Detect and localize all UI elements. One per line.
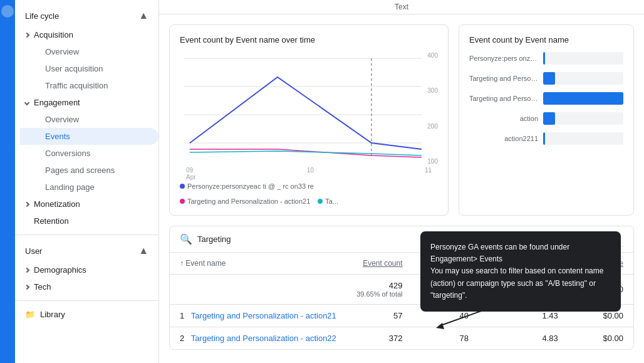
row1-event-count: 57 (346, 305, 412, 327)
acquisition-arrow (24, 32, 29, 37)
tooltip-overlay: Personyze GA events can be found under E… (420, 231, 621, 312)
lifecycle-section[interactable]: Life cycle ▲ (15, 5, 158, 26)
line-chart-card: Event count by Event name over time 400 … (169, 24, 449, 216)
sidebar-item-traffic-acquisition[interactable]: Traffic acquisition (20, 77, 158, 94)
line-chart-title: Event count by Event name over time (180, 35, 438, 45)
legend-dot-3 (318, 199, 323, 204)
row2-total-users: 78 (413, 327, 479, 350)
user-section[interactable]: User ▲ (15, 240, 158, 261)
sidebar-item-engagement-overview[interactable]: Overview (20, 111, 158, 128)
engagement-label: Engagement (34, 98, 80, 107)
bar-track-4 (543, 132, 623, 145)
bar-fill-0 (543, 52, 545, 65)
bar-fill-1 (543, 72, 555, 85)
bar-track-2 (543, 92, 623, 105)
sidebar-divider-2 (15, 300, 158, 301)
x-axis-labels: 09Apr 10 11 (180, 167, 438, 181)
library-icon: 📁 (25, 310, 35, 319)
lifecycle-chevron: ▲ (138, 10, 148, 21)
sidebar-item-monetization[interactable]: Monetization (15, 196, 158, 213)
sidebar-item-tech[interactable]: Tech (15, 278, 158, 295)
lifecycle-label: Life cycle (25, 11, 59, 21)
summary-event-name (170, 275, 346, 305)
sidebar-divider-1 (15, 234, 158, 235)
sidebar-item-landing-page[interactable]: Landing page (20, 179, 158, 196)
sidebar-item-events[interactable]: Events (20, 128, 158, 145)
demographics-label: Demographics (34, 265, 86, 275)
breadcrumb: Text (159, 0, 644, 14)
col-event-name: ↑ Event name (170, 253, 346, 275)
bar-track-3 (543, 112, 623, 125)
row1-event-link[interactable]: Targeting and Personalization - action21 (191, 311, 336, 320)
col-event-count[interactable]: Event count (346, 253, 412, 275)
legend-item-2: Targeting and Personalization - action21 (180, 197, 310, 205)
retention-label: Retention (25, 216, 69, 226)
sidebar-item-conversions[interactable]: Conversions (20, 145, 158, 162)
content-area: Event count by Event name over time 400 … (159, 14, 644, 363)
table-section: 🔍 ✕ Rows per page: 10 25 50 1-2 of 2 (169, 226, 634, 350)
svg-line-5 (439, 310, 483, 326)
bar-chart-title: Event count by Event name (469, 35, 623, 45)
monetization-arrow (24, 201, 29, 206)
row2-event-link[interactable]: Targeting and Personalization - action22 (191, 334, 336, 343)
sidebar-item-retention[interactable]: Retention (15, 213, 158, 229)
engagement-group: Overview Events Conversions Pages and sc… (15, 111, 158, 196)
sidebar-item-acquisition[interactable]: Acquisition (15, 26, 158, 43)
legend-dot-2 (180, 199, 185, 204)
bar-row-0: Personyze:pers onzyeac ti @... (469, 52, 623, 65)
tooltip-arrow-svg (433, 310, 508, 329)
table-row: 2 Targeting and Personalization - action… (170, 327, 633, 350)
legend-label-2: Targeting and Personalization - action21 (187, 197, 310, 205)
sidebar-item-user-acquisition[interactable]: User acquisition (20, 60, 158, 77)
sidebar-item-library[interactable]: 📁 Library (15, 306, 158, 323)
library-label: Library (40, 310, 65, 319)
bar-track-0 (543, 52, 623, 65)
sidebar: Life cycle ▲ Acquisition Overview User a… (15, 0, 159, 363)
search-icon: 🔍 (180, 233, 192, 245)
line-chart-svg (180, 52, 438, 165)
bar-fill-3 (543, 112, 555, 125)
sidebar-item-acquisition-overview[interactable]: Overview (20, 43, 158, 60)
bar-row-4: action2211 (469, 132, 623, 145)
bar-fill-4 (543, 132, 545, 145)
acquisition-group: Overview User acquisition Traffic acquis… (15, 43, 158, 94)
bar-track-1 (543, 72, 623, 85)
row2-total-revenue: $0.00 (568, 327, 633, 350)
engagement-arrow (24, 100, 29, 105)
legend-dot-1 (180, 184, 185, 189)
row1-num: 1 Targeting and Personalization - action… (170, 305, 346, 327)
acquisition-label: Acquisition (34, 30, 73, 39)
bar-label-1: Targeting and Personalizati... (469, 75, 538, 82)
row2-event-count: 372 (346, 327, 412, 350)
bar-row-3: action (469, 112, 623, 125)
app-bar (0, 0, 15, 363)
row2-event-per-user: 4.83 (479, 327, 568, 350)
sidebar-item-engagement[interactable]: Engagement (15, 94, 158, 111)
bar-label-0: Personyze:pers onzyeac ti @... (469, 55, 538, 62)
monetization-label: Monetization (34, 199, 80, 209)
bar-label-3: action (469, 115, 538, 122)
tooltip-text: Personyze GA events can be found under E… (430, 243, 603, 300)
bar-label-2: Targeting and Personalizati... (469, 95, 538, 102)
bar-fill-2 (543, 92, 623, 105)
row2-num: 2 Targeting and Personalization - action… (170, 327, 346, 350)
tech-arrow (24, 284, 29, 289)
bar-chart-card: Event count by Event name Personyze:pers… (459, 24, 634, 216)
charts-row: Event count by Event name over time 400 … (169, 24, 634, 216)
sidebar-item-pages-screens[interactable]: Pages and screens (20, 162, 158, 179)
bar-chart-rows: Personyze:pers onzyeac ti @... Targeting… (469, 52, 623, 145)
summary-event-count: 429 39.65% of total (346, 275, 412, 305)
svg-marker-6 (436, 323, 444, 329)
user-chevron: ▲ (138, 245, 148, 256)
user-label: User (25, 246, 42, 256)
chart-legend: Personyze:personzyeac ti @ _ rc on33 re … (180, 182, 438, 205)
sidebar-item-demographics[interactable]: Demographics (15, 261, 158, 278)
legend-label-1: Personyze:personzyeac ti @ _ rc on33 re (187, 182, 314, 190)
bar-label-4: action2211 (469, 135, 538, 142)
line-chart-area: 400 300 200 100 (180, 52, 438, 177)
y-axis-labels: 400 300 200 100 (427, 52, 438, 165)
legend-item-1: Personyze:personzyeac ti @ _ rc on33 re (180, 182, 314, 190)
main-content: Text Event count by Event name over time… (159, 0, 644, 363)
bar-row-1: Targeting and Personalizati... (469, 72, 623, 85)
tech-label: Tech (34, 282, 51, 292)
